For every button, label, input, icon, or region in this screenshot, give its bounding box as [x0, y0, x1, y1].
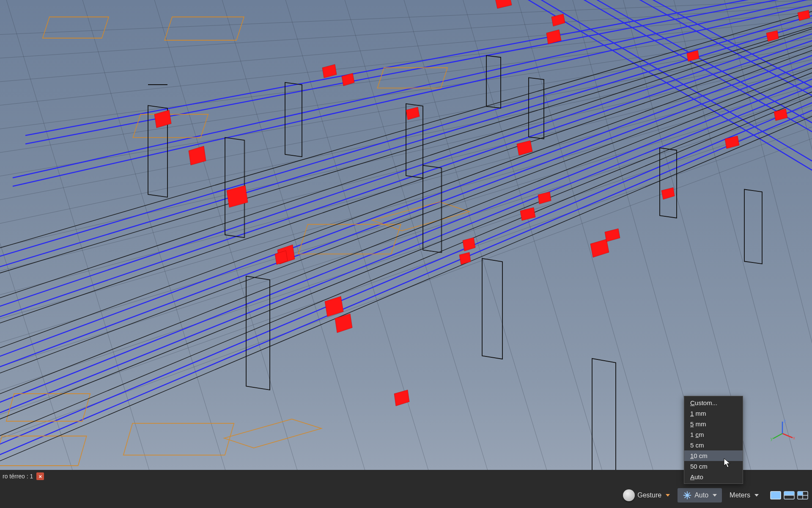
svg-marker-74 — [495, 0, 512, 8]
svg-marker-73 — [551, 14, 565, 26]
svg-marker-76 — [322, 64, 337, 78]
svg-marker-61 — [275, 251, 288, 265]
svg-marker-59 — [335, 314, 352, 333]
units-label: Meters — [730, 491, 750, 499]
svg-rect-38 — [0, 436, 87, 466]
svg-rect-33 — [43, 17, 109, 38]
svg-line-23 — [279, 0, 440, 470]
columns — [148, 55, 762, 470]
svg-marker-63 — [463, 237, 475, 251]
gesture-icon — [623, 489, 635, 501]
snap-menu-item[interactable]: Auto — [684, 472, 743, 482]
snap-menu-item[interactable]: 5 mm — [684, 419, 743, 429]
chevron-down-icon — [713, 494, 717, 497]
snap-menu-item[interactable]: Custom... — [684, 398, 743, 408]
view-single-button[interactable] — [770, 491, 782, 500]
svg-marker-55 — [189, 146, 206, 165]
svg-rect-47 — [246, 276, 270, 390]
snap-menu-item[interactable]: 1 cm — [684, 429, 743, 440]
snap-dropdown[interactable]: Auto — [678, 488, 722, 502]
snap-icon — [683, 491, 692, 500]
svg-rect-34 — [165, 17, 244, 40]
svg-line-27 — [512, 0, 664, 470]
svg-rect-40 — [6, 394, 91, 421]
snap-menu-item[interactable]: 50 cm — [684, 461, 743, 472]
svg-line-19 — [0, 0, 161, 470]
view-quad-button[interactable] — [797, 491, 809, 500]
units-dropdown[interactable]: Meters — [724, 489, 764, 502]
svg-rect-52 — [744, 189, 762, 264]
svg-line-24 — [338, 0, 499, 470]
svg-marker-70 — [725, 136, 739, 149]
gesture-dropdown[interactable]: Gesture — [618, 487, 675, 504]
svg-marker-54 — [154, 110, 171, 128]
svg-text:y: y — [771, 436, 773, 441]
chevron-down-icon — [754, 494, 759, 497]
view-layout-buttons — [770, 491, 809, 500]
svg-rect-51 — [660, 148, 677, 218]
svg-marker-69 — [661, 188, 675, 199]
svg-line-82 — [773, 433, 782, 439]
svg-marker-65 — [538, 192, 551, 204]
tab-close-button[interactable]: × — [36, 472, 44, 480]
svg-line-3 — [0, 40, 812, 394]
svg-text:z: z — [784, 419, 786, 423]
tab-label[interactable]: ro térreo : 1 — [3, 473, 33, 480]
gesture-label: Gesture — [637, 491, 661, 499]
svg-point-91 — [686, 494, 689, 497]
svg-rect-48 — [482, 259, 502, 359]
snap-menu-item[interactable]: 1 mm — [684, 408, 743, 419]
snap-menu-item[interactable]: 5 cm — [684, 440, 743, 450]
svg-marker-64 — [520, 207, 535, 221]
nav-axes-gizmo[interactable]: x y z — [770, 419, 795, 444]
svg-marker-75 — [406, 107, 420, 120]
svg-rect-94 — [784, 491, 794, 495]
svg-rect-35 — [133, 114, 208, 138]
status-bar: Gesture Auto Meters — [0, 483, 812, 508]
chevron-down-icon — [666, 494, 670, 497]
svg-marker-78 — [766, 30, 779, 41]
svg-marker-66 — [517, 141, 532, 155]
svg-rect-99 — [798, 491, 803, 495]
snap-label: Auto — [694, 491, 708, 499]
svg-marker-68 — [605, 229, 620, 242]
svg-marker-60 — [394, 390, 409, 406]
svg-rect-49 — [592, 359, 616, 470]
svg-rect-92 — [771, 491, 781, 499]
svg-marker-67 — [590, 239, 609, 257]
svg-rect-50 — [529, 77, 544, 138]
svg-rect-39 — [377, 68, 447, 88]
svg-text:x: x — [793, 436, 795, 440]
snap-popup-menu[interactable]: Custom...1 mm5 mm1 cm5 cm10 cm50 cmAuto — [684, 396, 743, 484]
svg-rect-53 — [486, 55, 501, 108]
view-split-button[interactable] — [783, 491, 795, 500]
svg-line-15 — [0, 0, 812, 89]
svg-marker-58 — [325, 296, 343, 317]
svg-line-81 — [782, 433, 793, 438]
svg-marker-79 — [798, 10, 810, 21]
snap-menu-item[interactable]: 10 cm — [684, 450, 743, 461]
svg-marker-62 — [459, 252, 471, 265]
